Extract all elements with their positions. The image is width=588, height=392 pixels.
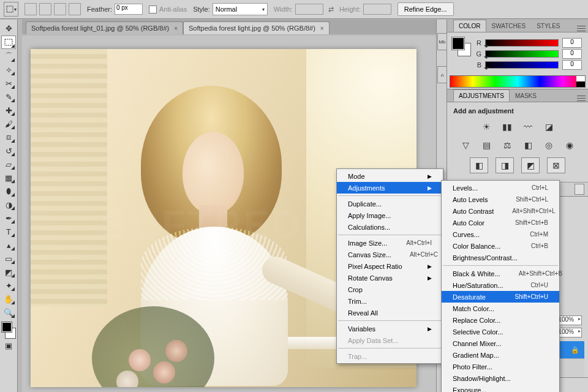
style-select[interactable]: Normal▾ — [213, 3, 268, 15]
menu-item[interactable]: Gradient Map... — [442, 349, 559, 361]
sel-new-button[interactable] — [24, 3, 37, 15]
fg-bg-swatch[interactable] — [2, 322, 15, 338]
menu-item[interactable]: Black & White...Alt+Shift+Ctrl+B — [442, 268, 559, 279]
path-select-tool[interactable]: ▴ — [2, 239, 15, 251]
move-tool[interactable]: ✥ — [2, 22, 15, 34]
b-slider[interactable] — [485, 61, 559, 69]
menu-item[interactable]: Reveal All — [337, 307, 443, 318]
close-icon[interactable]: × — [174, 25, 178, 32]
menu-item[interactable]: Auto LevelsShift+Ctrl+L — [442, 194, 559, 205]
menu-item[interactable]: Curves...Ctrl+M — [442, 228, 559, 240]
panel-menu-icon[interactable] — [577, 24, 586, 32]
brush-tool[interactable]: 🖌 — [2, 118, 15, 130]
color-balance-icon[interactable]: ⚖ — [500, 139, 514, 151]
quick-select-tool[interactable]: ✧ — [2, 64, 15, 76]
crop-tool[interactable]: ✂ — [2, 77, 15, 89]
menu-item[interactable]: Duplicate... — [337, 198, 443, 209]
menu-item[interactable]: Pixel Aspect Ratio▶ — [337, 260, 443, 272]
pen-tool[interactable]: ✒ — [2, 212, 15, 224]
g-input[interactable]: 0 — [562, 49, 582, 59]
menu-item[interactable]: Canvas Size...Alt+Ctrl+C — [337, 249, 443, 260]
document-tab[interactable]: Softpedia forest light.jpg @ 50% (RGB/8#… — [183, 21, 330, 34]
preset-exposure-icon[interactable]: ◩ — [521, 157, 540, 173]
marquee-tool[interactable] — [1, 36, 16, 49]
tab-styles[interactable]: STYLES — [531, 20, 565, 32]
levels-icon[interactable]: ▮▮ — [500, 121, 514, 133]
preset-levels-icon[interactable]: ◧ — [470, 157, 488, 173]
menu-item[interactable]: Channel Mixer... — [442, 337, 559, 349]
tab-masks[interactable]: MASKS — [510, 89, 542, 102]
trash-icon[interactable] — [575, 184, 584, 195]
shape-tool[interactable]: ▭ — [2, 252, 15, 265]
blur-tool[interactable]: ⬮ — [2, 185, 15, 197]
close-icon[interactable]: × — [320, 25, 324, 32]
healing-tool[interactable]: ✚ — [2, 104, 15, 116]
menu-item[interactable]: Selective Color... — [442, 326, 559, 337]
tab-swatches[interactable]: SWATCHES — [486, 20, 532, 32]
g-slider[interactable] — [485, 50, 559, 58]
fg-color-swatch[interactable] — [2, 322, 12, 332]
color-ramp[interactable] — [450, 75, 586, 88]
fg-swatch[interactable] — [452, 37, 464, 50]
vibrance-icon[interactable]: ▽ — [459, 139, 472, 151]
menu-item[interactable]: Variables▶ — [337, 323, 443, 334]
menu-item[interactable]: Rotate Canvas▶ — [337, 272, 443, 284]
curves-icon[interactable]: 〰 — [521, 121, 535, 133]
tab-color[interactable]: COLOR — [453, 20, 486, 32]
zoom-tool[interactable]: 🔍 — [2, 306, 15, 318]
gradient-tool[interactable]: ▦ — [2, 172, 15, 184]
hue-icon[interactable]: ▤ — [480, 139, 493, 151]
menu-item[interactable]: Photo Filter... — [442, 361, 559, 372]
menu-item[interactable]: Match Color... — [442, 303, 559, 314]
sel-add-button[interactable] — [39, 3, 51, 15]
stamp-tool[interactable]: ⧈ — [2, 131, 15, 143]
eraser-tool[interactable]: ▱ — [2, 158, 15, 170]
menu-item[interactable]: Calculations... — [337, 221, 443, 233]
menu-item[interactable]: Hue/Saturation...Ctrl+U — [442, 279, 559, 291]
menu-item[interactable]: Brightness/Contrast... — [442, 252, 559, 263]
r-input[interactable]: 0 — [562, 38, 582, 48]
menu-item[interactable]: DesaturateShift+Ctrl+U — [442, 291, 559, 303]
preset-curves-icon[interactable]: ◨ — [496, 157, 514, 173]
dock-panel-icon[interactable]: Mb — [437, 33, 447, 50]
refine-edge-button[interactable]: Refine Edge... — [398, 2, 454, 16]
document-tab[interactable]: Softpedia forest light_01.jpg @ 50% (RGB… — [26, 21, 183, 34]
eyedropper-tool[interactable]: ✎ — [2, 91, 15, 103]
channel-mixer-icon[interactable]: ◉ — [563, 139, 576, 151]
menu-item[interactable]: Auto ContrastAlt+Shift+Ctrl+L — [442, 205, 559, 217]
type-tool[interactable]: T — [2, 225, 15, 238]
menu-item[interactable]: Auto ColorShift+Ctrl+B — [442, 217, 559, 228]
b-input[interactable]: 0 — [562, 60, 582, 70]
sel-intersect-button[interactable] — [69, 3, 81, 15]
tab-adjustments[interactable]: ADJUSTMENTS — [453, 89, 510, 102]
3d-camera-tool[interactable]: ✦ — [2, 279, 15, 292]
menu-item[interactable]: Apply Image... — [337, 209, 443, 221]
dock-panel-icon[interactable]: ⎌ — [437, 66, 447, 83]
menu-item[interactable]: Color Balance...Ctrl+B — [442, 240, 559, 252]
lasso-tool[interactable]: ⌒ — [2, 50, 15, 62]
panel-menu-icon[interactable] — [577, 94, 586, 102]
menu-item[interactable]: Replace Color... — [442, 314, 559, 326]
menu-item[interactable]: Shadow/Highlight... — [442, 372, 559, 384]
3d-tool[interactable]: ◩ — [2, 266, 15, 278]
exposure-icon[interactable]: ◪ — [542, 121, 556, 133]
preset-hue-icon[interactable]: ⊠ — [547, 157, 565, 173]
photo-filter-icon[interactable]: ◎ — [542, 139, 556, 151]
menu-item[interactable]: Levels...Ctrl+L — [442, 182, 559, 194]
history-brush-tool[interactable]: ↺ — [2, 145, 15, 157]
brightness-icon[interactable]: ☀ — [480, 121, 493, 133]
menu-item[interactable]: Mode▶ — [337, 170, 443, 182]
menu-item[interactable]: Image Size...Alt+Ctrl+I — [337, 237, 443, 249]
r-slider[interactable] — [485, 39, 559, 47]
feather-input[interactable]: 0 px — [115, 4, 143, 15]
hand-tool[interactable]: ✋ — [2, 293, 15, 305]
menu-item[interactable]: Adjustments▶ — [337, 182, 443, 194]
dodge-tool[interactable]: ◑ — [2, 198, 15, 211]
bw-icon[interactable]: ◧ — [521, 139, 535, 151]
tool-preset-slot[interactable]: ▾ — [4, 2, 18, 17]
sel-subtract-button[interactable] — [54, 3, 66, 15]
menu-item[interactable]: Trim... — [337, 295, 443, 307]
quick-mask-toggle[interactable]: ▣ — [2, 339, 15, 352]
menu-item[interactable]: Exposure... — [442, 384, 559, 392]
menu-item[interactable]: Crop — [337, 284, 443, 295]
